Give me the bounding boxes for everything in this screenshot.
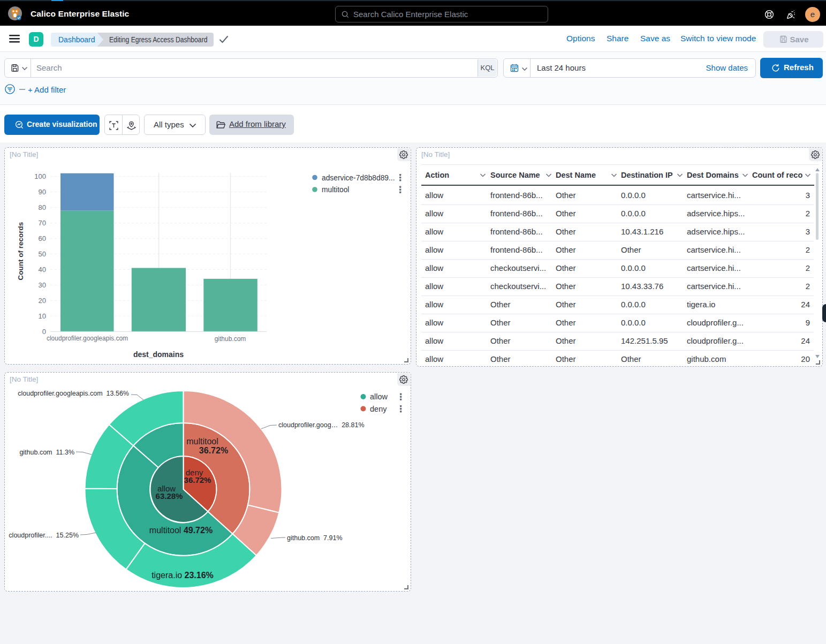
svg-text:multitool: multitool [186,437,218,446]
svg-text:20: 20 [39,297,46,305]
svg-text:100: 100 [34,172,46,180]
svg-text:60: 60 [39,234,46,243]
svg-text:cloudprofiler.goog… 28.81%: cloudprofiler.goog… 28.81% [278,421,365,429]
svg-text:multitool: multitool [322,186,349,194]
svg-text:40: 40 [39,266,46,274]
svg-text:36.72%: 36.72% [199,446,228,455]
svg-text:80: 80 [39,203,46,211]
svg-text:63.28%: 63.28% [156,491,183,501]
svg-text:50: 50 [39,250,46,258]
svg-text:github.com 11.3%: github.com 11.3% [19,449,74,456]
svg-text:multitool 49.72%: multitool 49.72% [149,526,213,535]
svg-text:90: 90 [39,188,46,196]
svg-text:github.com: github.com [215,335,246,343]
svg-text:30: 30 [39,281,46,289]
svg-text:cloudprofiler.googleapis.com: cloudprofiler.googleapis.com [47,335,128,342]
svg-text:cloudprofiler.... 15.25%: cloudprofiler.... 15.25% [9,532,79,539]
svg-text:70: 70 [39,219,46,227]
svg-text:github.com 7.91%: github.com 7.91% [287,534,343,542]
svg-text:36.72%: 36.72% [184,475,211,484]
svg-text:tigera.io 23.16%: tigera.io 23.16% [151,571,214,580]
svg-text:cloudprofiler.googleapis.com: cloudprofiler.googleapis.com 13.56% [18,390,129,397]
svg-text:dest_domains: dest_domains [133,350,184,359]
svg-text:10: 10 [39,312,46,320]
svg-text:0: 0 [42,328,46,336]
svg-text:adservice-7d8b8d89...: adservice-7d8b8d89... [322,174,395,182]
svg-text:Count of records: Count of records [17,222,25,281]
svg-text:deny: deny [370,405,387,413]
svg-text:allow: allow [370,392,388,401]
